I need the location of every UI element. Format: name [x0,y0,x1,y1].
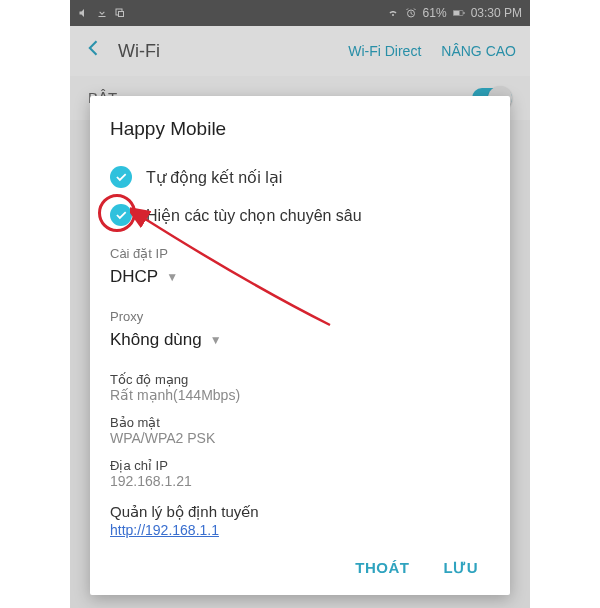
checkmark-icon [110,166,132,188]
auto-reconnect-label: Tự động kết nối lại [146,168,282,187]
security-label: Bảo mật [108,415,492,430]
auto-reconnect-row[interactable]: Tự động kết nối lại [108,158,492,196]
security-value: WPA/WPA2 PSK [108,430,492,446]
cancel-button[interactable]: THOÁT [355,559,409,577]
ip-address-label: Địa chỉ IP [108,458,492,473]
show-advanced-label: Hiện các tùy chọn chuyên sâu [146,206,362,225]
ip-settings-value: DHCP [110,267,158,287]
proxy-label: Proxy [108,309,492,324]
wifi-network-dialog: Happy Mobile Tự động kết nối lại Hiện cá… [90,96,510,595]
checkmark-icon [110,204,132,226]
dialog-title: Happy Mobile [108,118,492,140]
proxy-dropdown[interactable]: Không dùng ▼ [108,324,492,360]
router-link[interactable]: http://192.168.1.1 [108,522,219,538]
router-manage-label: Quản lý bộ định tuyến [108,503,492,521]
speed-value: Rất mạnh(144Mbps) [108,387,492,403]
show-advanced-row[interactable]: Hiện các tùy chọn chuyên sâu [108,196,492,234]
chevron-down-icon: ▼ [210,333,222,347]
chevron-down-icon: ▼ [166,270,178,284]
proxy-value: Không dùng [110,330,202,350]
ip-address-value: 192.168.1.21 [108,473,492,489]
save-button[interactable]: LƯU [444,559,479,577]
ip-settings-label: Cài đặt IP [108,246,492,261]
speed-label: Tốc độ mạng [108,372,492,387]
ip-settings-dropdown[interactable]: DHCP ▼ [108,261,492,297]
